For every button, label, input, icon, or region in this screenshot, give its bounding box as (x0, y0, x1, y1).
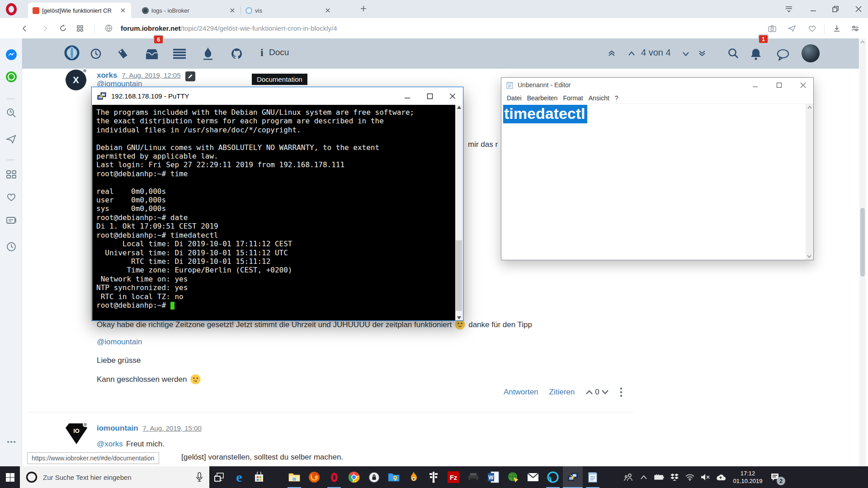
upvote-icon[interactable] (585, 389, 593, 395)
github-icon[interactable] (231, 47, 243, 60)
taskbar-clock[interactable]: 17:12 01.10.2019 (728, 469, 767, 485)
flow-paper-plane-icon[interactable] (5, 133, 17, 145)
recent-clock-icon[interactable] (90, 48, 102, 60)
post-mention-link[interactable]: @xorks (97, 440, 123, 449)
putty-title-bar[interactable]: 192.168.178.109 - PuTTY (92, 87, 463, 105)
forward-icon[interactable] (38, 22, 52, 35)
keepass-icon[interactable] (364, 466, 384, 488)
filezilla-icon[interactable]: Fz (443, 466, 463, 488)
speed-dial-grid-icon[interactable] (5, 169, 17, 180)
tray-expand-chevron-icon[interactable] (636, 466, 651, 488)
notifications-bell-icon[interactable] (750, 47, 762, 60)
post-author-link[interactable]: iomountain (97, 424, 138, 433)
alexa-icon[interactable] (543, 466, 563, 488)
scrollbar-up-icon[interactable] (860, 40, 865, 44)
post-date-link[interactable]: 7. Aug. 2019, 15:00 (143, 424, 202, 432)
notepad-taskbar-icon[interactable] (583, 466, 603, 488)
info-icon[interactable]: i (260, 47, 264, 59)
chats-icon[interactable] (776, 49, 790, 61)
close-tab-icon[interactable] (324, 7, 331, 14)
tab-menu-icon[interactable] (784, 5, 793, 13)
taskbar-search-box[interactable]: Zur Suche Text hier eingeben (20, 466, 209, 488)
notepad-scrollbar[interactable] (806, 104, 813, 260)
minimize-window-icon[interactable] (809, 5, 817, 13)
flame-app-icon[interactable] (404, 466, 424, 488)
file-explorer-icon[interactable] (284, 466, 304, 488)
personal-news-icon[interactable] (5, 215, 17, 226)
post-author-link[interactable]: xorks (97, 71, 117, 80)
mail-app-icon[interactable] (523, 466, 543, 488)
notepad-window[interactable]: Unbenannt - Editor Datei Bearbeiten Form… (501, 77, 814, 260)
post-date-link[interactable]: 7. Aug. 2019, 12:05 (122, 71, 180, 79)
putty-window[interactable]: 192.168.178.109 - PuTTY The programs inc… (91, 87, 463, 321)
downvote-icon[interactable] (601, 389, 609, 395)
url-text[interactable]: forum.iobroker.net/topic/24294/gelöst-wi… (121, 24, 337, 33)
unread-inbox-icon[interactable] (145, 48, 159, 60)
instant-search-icon[interactable] (5, 107, 17, 119)
terminal-screen[interactable]: The programs included with the Debian GN… (92, 105, 456, 320)
page-up-icon[interactable] (627, 50, 636, 56)
printer-app-icon[interactable] (463, 466, 483, 488)
menu-format[interactable]: Format (563, 94, 583, 102)
edge-icon[interactable]: e (229, 466, 249, 488)
easy-setup-sliders-icon[interactable] (848, 22, 862, 35)
back-icon[interactable] (18, 22, 32, 35)
categories-list-icon[interactable] (173, 48, 186, 59)
snapshot-camera-icon[interactable] (765, 22, 779, 35)
tab-vis[interactable]: vis (241, 3, 336, 18)
speed-dial-icon[interactable] (73, 22, 87, 35)
putty-taskbar-icon[interactable] (563, 466, 583, 488)
notepad-title-bar[interactable]: Unbenannt - Editor (501, 78, 813, 92)
jump-to-top-icon[interactable] (608, 49, 616, 57)
close-tab-icon[interactable] (229, 7, 236, 14)
docu-link[interactable]: Docu (269, 47, 289, 57)
microsoft-store-icon[interactable] (249, 466, 269, 488)
opera-menu-icon[interactable] (6, 3, 17, 15)
page-scrollbar[interactable] (859, 38, 866, 466)
dropbox-tray-icon[interactable] (667, 466, 682, 488)
opera-taskbar-icon[interactable] (324, 466, 344, 488)
notepad-minimize-icon[interactable] (752, 82, 758, 88)
search-icon[interactable] (727, 47, 739, 59)
reload-icon[interactable] (56, 22, 70, 35)
chrome-icon[interactable] (344, 466, 364, 488)
downloads-icon[interactable] (830, 22, 844, 35)
word-icon[interactable]: W (483, 466, 503, 488)
wifi-tray-icon[interactable] (682, 466, 698, 488)
firefox-icon[interactable] (304, 466, 324, 488)
messenger-icon[interactable] (5, 49, 17, 61)
notepad-close-icon[interactable] (800, 82, 806, 88)
reply-button[interactable]: Antworten (504, 388, 538, 397)
putty-minimize-icon[interactable] (404, 93, 410, 99)
folder-key-icon[interactable] (384, 466, 404, 488)
media-app-icon[interactable] (424, 466, 443, 488)
tab-logs[interactable]: logs - ioBroker (137, 3, 241, 18)
menu-help[interactable]: ? (615, 94, 618, 102)
popular-flame-icon[interactable] (203, 47, 213, 60)
putty-maximize-icon[interactable] (427, 93, 433, 99)
bookmarks-heart-icon[interactable] (5, 191, 17, 203)
pagination-label[interactable]: 4 von 4 (641, 47, 671, 58)
notepad-maximize-icon[interactable] (776, 82, 782, 88)
bookmark-heart-icon[interactable] (805, 22, 819, 35)
iobroker-logo-icon[interactable] (64, 45, 80, 61)
menu-bearbeiten[interactable]: Bearbeiten (527, 94, 558, 102)
microphone-icon[interactable] (196, 472, 203, 482)
sidebar-setup-dots-icon[interactable] (5, 436, 17, 448)
history-clock-icon[interactable] (5, 241, 17, 253)
download-manager-icon[interactable] (503, 466, 523, 488)
new-tab-icon[interactable] (359, 5, 368, 13)
post-tools-kebab-icon[interactable] (620, 387, 623, 397)
close-window-icon[interactable] (854, 5, 863, 13)
tags-icon[interactable] (117, 48, 129, 60)
menu-datei[interactable]: Datei (507, 94, 522, 102)
whatsapp-icon[interactable] (5, 71, 17, 83)
my-flow-icon[interactable] (785, 22, 799, 35)
restore-window-icon[interactable] (831, 5, 840, 14)
post-mention-link[interactable]: @iomountain (97, 338, 142, 347)
onedrive-tray-icon[interactable] (713, 466, 728, 488)
putty-scrollbar[interactable] (455, 105, 462, 320)
task-view-button[interactable] (209, 466, 229, 488)
volume-muted-tray-icon[interactable] (698, 466, 713, 488)
start-button[interactable] (0, 466, 20, 488)
